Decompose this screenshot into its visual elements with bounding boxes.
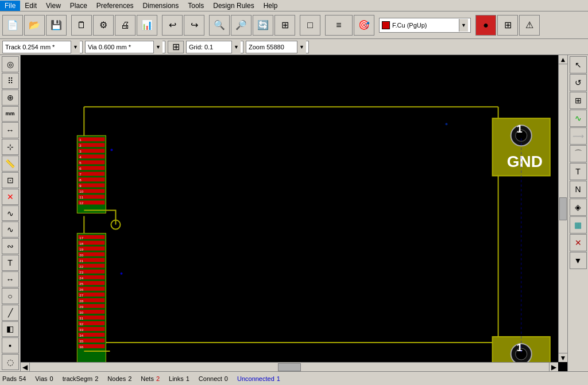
highlight-net-button[interactable]: ● — [475, 15, 496, 36]
via-size-value: Via 0.600 mm * — [88, 44, 153, 50]
menu-edit[interactable]: Edit — [20, 1, 41, 11]
copper-clearance-button[interactable]: ⊞ — [497, 15, 518, 36]
svg-rect-7 — [78, 166, 105, 170]
svg-text:21: 21 — [79, 259, 83, 263]
select-arrow-tool[interactable]: ↖ — [570, 56, 587, 73]
scroll-left-button[interactable]: ◀ — [21, 363, 30, 371]
pad-settings-button[interactable]: ⚠ — [519, 15, 540, 36]
arc-tool[interactable]: ⌒ — [570, 145, 587, 162]
3d-view-tool[interactable]: ◧ — [2, 321, 19, 337]
zoom-in-button[interactable]: 🔍 — [209, 15, 230, 36]
new-button[interactable]: 📄 — [2, 15, 23, 36]
tune-tool[interactable]: ∾ — [2, 238, 19, 254]
menu-help[interactable]: Help — [259, 1, 283, 11]
separator5 — [322, 15, 324, 36]
svg-text:30: 30 — [79, 311, 83, 314]
pcb-canvas[interactable]: 1 2 3 4 5 6 7 8 9 10 11 12 — [21, 55, 567, 371]
track-width-selector[interactable]: Track 0.254 mm * ▼ — [2, 41, 83, 53]
menu-dimensions[interactable]: Dimensions — [138, 1, 184, 11]
ruler-tool[interactable]: ↔ — [2, 122, 19, 138]
menu-place[interactable]: Place — [65, 1, 92, 11]
components-tool[interactable]: ⊞ — [570, 92, 587, 109]
grid-settings-button[interactable]: ⊞ — [168, 41, 184, 53]
plot-button[interactable]: 📊 — [137, 15, 157, 36]
copper-zone-tool[interactable]: ▦ — [570, 216, 587, 234]
via-dropdown-arrow[interactable]: ▼ — [153, 41, 163, 53]
menu-design-rules[interactable]: Design Rules — [208, 1, 258, 11]
pads-status: Pads 54 — [2, 375, 26, 382]
origin-tool[interactable]: ⊹ — [2, 139, 19, 155]
erase-tool[interactable]: ◌ — [2, 354, 19, 370]
scroll-pad-tool[interactable]: ▼ — [570, 252, 587, 269]
add-line-tool[interactable]: ╱ — [2, 305, 19, 321]
zoom-area-tool[interactable]: ⊡ — [2, 172, 19, 188]
svg-rect-3 — [78, 143, 105, 147]
zoom-refresh-button[interactable]: 🔄 — [253, 15, 273, 36]
grid-dots-tool[interactable]: ⠿ — [2, 73, 19, 89]
zoom-fit-button[interactable]: ⊞ — [274, 15, 295, 36]
scroll-thumb-v[interactable] — [559, 197, 567, 220]
netlist-button[interactable]: ≡ — [325, 15, 353, 36]
vertical-scrollbar[interactable]: ▲ ▼ — [558, 55, 567, 362]
svg-text:32: 32 — [79, 322, 83, 326]
print-button[interactable]: 🖨 — [115, 15, 136, 36]
zoom-out-button[interactable]: 🔎 — [231, 15, 252, 36]
polar-coords-tool[interactable]: ⊕ — [2, 90, 19, 106]
layer-selector[interactable]: F.Cu (PgUp) ▼ — [379, 18, 471, 33]
route-track-tool[interactable]: ∿ — [2, 205, 19, 221]
add-text-tool[interactable]: T — [2, 255, 19, 271]
zoom-selector[interactable]: Zoom 55880 ▼ — [246, 41, 309, 53]
page-settings-button[interactable]: 🗒 — [71, 15, 92, 36]
footprint-tool[interactable]: ◈ — [570, 199, 587, 216]
svg-rect-5 — [78, 154, 105, 158]
zoom-sel-button[interactable]: □ — [300, 15, 320, 36]
trackseg-label: trackSegm — [63, 375, 93, 382]
ratsnest-button[interactable]: 🎯 — [354, 15, 374, 36]
unconnected-value: 1 — [277, 375, 280, 382]
grid-dropdown-arrow[interactable]: ▼ — [231, 41, 241, 53]
units-mm-tool[interactable]: mm — [2, 106, 19, 122]
menu-tools[interactable]: Tools — [183, 1, 208, 11]
add-dim-tool[interactable]: ↔ — [2, 271, 19, 287]
scroll-thumb-h[interactable] — [278, 363, 301, 371]
menu-file[interactable]: File — [0, 1, 20, 11]
grid-selector[interactable]: Grid: 0.1 ▼ — [186, 41, 243, 53]
gerber-button[interactable]: ⚙ — [93, 15, 114, 36]
copper-fill-tool[interactable]: ▪ — [2, 337, 19, 353]
add-via-tool[interactable]: ○ — [2, 288, 19, 304]
via-size-selector[interactable]: Via 0.600 mm * ▼ — [85, 41, 165, 53]
text-tool[interactable]: T — [570, 163, 587, 180]
scroll-up-button[interactable]: ▲ — [559, 55, 567, 64]
select-tool active[interactable]: ✕ — [2, 189, 19, 205]
zoom-dropdown-arrow[interactable]: ▼ — [297, 41, 306, 53]
highlight-tool[interactable]: ◎ — [2, 56, 19, 72]
svg-text:33: 33 — [79, 328, 83, 332]
track-dropdown-arrow[interactable]: ▼ — [71, 41, 80, 53]
svg-text:10: 10 — [79, 190, 83, 193]
horizontal-scrollbar[interactable]: ◀ ▶ — [21, 362, 558, 371]
rotate-ccw-tool[interactable]: ↺ — [570, 74, 587, 91]
scroll-down-button[interactable]: ▼ — [559, 353, 567, 362]
svg-text:20: 20 — [79, 254, 83, 257]
layer-dropdown-arrow[interactable]: ▼ — [459, 19, 468, 32]
dimension-tool[interactable]: N — [570, 181, 587, 198]
open-button[interactable]: 📂 — [24, 15, 45, 36]
delete-tool[interactable]: ✕ — [570, 234, 587, 251]
undo-button[interactable]: ↩ — [162, 15, 183, 36]
route-single-tool[interactable]: ∿ — [570, 110, 587, 127]
scroll-right-button[interactable]: ▶ — [549, 363, 558, 371]
svg-rect-0 — [26, 55, 562, 371]
svg-text:31: 31 — [79, 317, 83, 320]
measure-tool[interactable]: 📏 — [2, 155, 19, 172]
main-area: ◎ ⠿ ⊕ mm ↔ ⊹ 📏 ⊡ ✕ ∿ ∿ ∾ T ↔ ○ ╱ ◧ ▪ ◌ — [0, 55, 588, 371]
save-button[interactable]: 💾 — [46, 15, 67, 36]
separator6 — [376, 15, 378, 36]
links-status: Links 1 — [169, 375, 189, 382]
layer-color — [382, 21, 390, 29]
route-diff-tool[interactable]: ∿ — [2, 221, 19, 238]
menu-preferences[interactable]: Preferences — [92, 1, 138, 11]
left-toolbar: ◎ ⠿ ⊕ mm ↔ ⊹ 📏 ⊡ ✕ ∿ ∿ ∾ T ↔ ○ ╱ ◧ ▪ ◌ — [0, 55, 21, 371]
redo-button[interactable]: ↪ — [184, 15, 204, 36]
menu-view[interactable]: View — [41, 1, 65, 11]
route-diff2-tool[interactable]: ⟿ — [570, 127, 587, 145]
